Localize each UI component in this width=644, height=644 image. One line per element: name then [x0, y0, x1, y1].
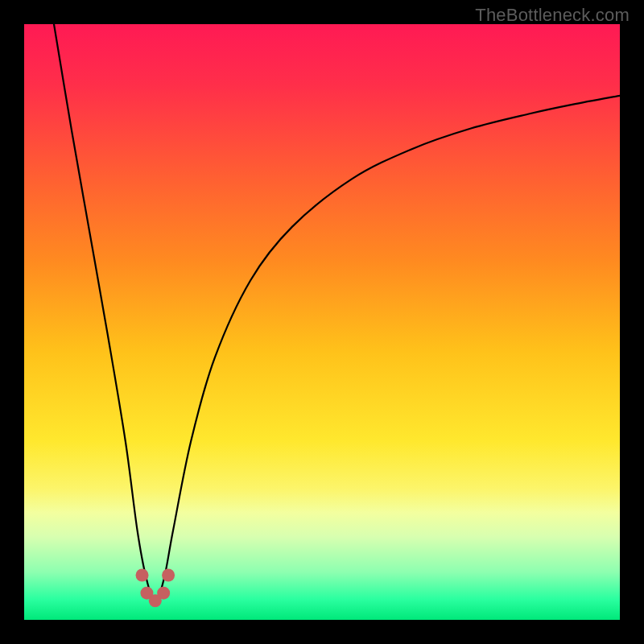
trough-marker-group — [136, 569, 175, 608]
chart-frame: TheBottleneck.com — [0, 0, 644, 644]
bottleneck-curve — [54, 24, 620, 602]
trough-marker — [136, 569, 149, 582]
trough-marker — [162, 569, 175, 582]
trough-marker — [157, 587, 170, 600]
plot-area — [24, 24, 620, 620]
watermark-text: TheBottleneck.com — [475, 5, 630, 26]
curve-layer — [24, 24, 620, 620]
